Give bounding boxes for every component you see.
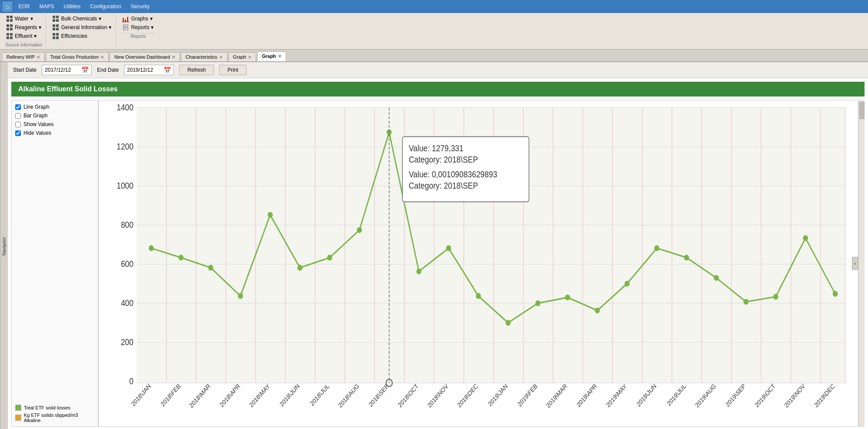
chart-container: Line Graph Bar Graph Show Values Hide Va… — [11, 100, 865, 427]
effluent-arrow: ▾ — [34, 33, 37, 39]
chart-title: Alkaline Effluent Solid Losses — [11, 82, 865, 96]
tab-refinery-wip-close[interactable]: ✕ — [37, 55, 40, 60]
end-date-input[interactable] — [127, 67, 162, 73]
reagents-label: Reagents — [15, 24, 37, 30]
svg-rect-26 — [127, 17, 128, 22]
menu-maps[interactable]: MAPS — [35, 1, 58, 12]
menu-eor[interactable]: EOR — [14, 1, 34, 12]
toolbar-item-effluent[interactable]: Effluent ▾ — [4, 32, 43, 40]
content-area: Start Date 📅 End Date 📅 Refresh Print Al… — [8, 62, 868, 429]
svg-point-86 — [773, 294, 778, 299]
svg-rect-3 — [10, 19, 13, 22]
tooltip-line2: Category: 2018\SEP — [409, 155, 478, 164]
scroll-thumb[interactable] — [859, 102, 865, 119]
tab-new-overview-label: New Overview Dashboard — [114, 54, 170, 60]
efficiencies-label: Efficiencies — [61, 33, 87, 39]
tab-new-overview-close[interactable]: ✕ — [172, 55, 175, 60]
x-label-20: 2019\SEP — [724, 382, 747, 409]
x-label-12: 2019\JAN — [487, 382, 509, 408]
toolbar-item-efficiencies[interactable]: Efficiencies — [50, 32, 113, 40]
x-label-5: 2018\JUN — [278, 382, 301, 408]
x-label-9: 2018\OCT — [397, 382, 420, 409]
x-label-14: 2019\MAR — [545, 382, 568, 409]
bar-graph-checkbox-label[interactable]: Bar Graph — [15, 113, 94, 119]
home-button[interactable]: ⌂ — [2, 1, 13, 12]
svg-rect-18 — [53, 28, 55, 30]
grid-icon — [6, 15, 13, 22]
menu-configuration[interactable]: Configuration — [86, 1, 125, 12]
toolbar-item-reports[interactable]: Reports ▾ — [120, 23, 155, 31]
x-label-1: 2018\FEB — [159, 382, 182, 408]
tab-graph-1-close[interactable]: ✕ — [248, 55, 251, 60]
toolbar-item-graphs[interactable]: Graphs ▾ — [120, 15, 155, 23]
tab-characteristics[interactable]: Characteristics ✕ — [181, 52, 227, 61]
tab-graph-2[interactable]: Graph ✕ — [257, 51, 286, 61]
svg-rect-13 — [56, 16, 59, 18]
tab-new-overview[interactable]: New Overview Dashboard ✕ — [110, 52, 180, 61]
line-graph-checkbox[interactable] — [15, 104, 21, 110]
tab-characteristics-close[interactable]: ✕ — [219, 55, 223, 60]
x-label-18: 2019\JUL — [666, 382, 688, 407]
x-label-13: 2019\FEB — [516, 382, 539, 408]
line-graph-checkbox-label[interactable]: Line Graph — [15, 104, 94, 110]
svg-point-79 — [565, 295, 570, 300]
svg-point-81 — [624, 281, 630, 286]
print-button[interactable]: Print — [219, 65, 247, 75]
hide-values-checkbox[interactable] — [15, 130, 21, 136]
y-label-1400: 1400 — [117, 103, 134, 112]
svg-rect-6 — [7, 28, 9, 30]
refresh-button[interactable]: Refresh — [179, 65, 214, 75]
svg-point-75 — [446, 245, 451, 251]
show-values-checkbox-label[interactable]: Show Values — [15, 121, 94, 127]
grid-icon-5 — [52, 24, 59, 31]
x-label-2: 2018\MAR — [188, 382, 211, 409]
scrollbar-right[interactable] — [858, 100, 865, 427]
svg-point-67 — [208, 265, 214, 270]
end-date-calendar-icon[interactable]: 📅 — [164, 67, 171, 73]
toolbar-item-general-info[interactable]: General Information ▾ — [50, 23, 113, 31]
svg-rect-23 — [56, 37, 59, 39]
content-toolbar: Start Date 📅 End Date 📅 Refresh Print — [8, 62, 868, 78]
toolbar-item-reagents[interactable]: Reagents ▾ — [4, 23, 43, 31]
svg-rect-19 — [56, 28, 59, 30]
svg-rect-7 — [10, 28, 13, 30]
svg-point-77 — [506, 320, 511, 326]
show-values-checkbox[interactable] — [15, 122, 21, 127]
tab-total-gross[interactable]: Total Gross Production ✕ — [46, 52, 109, 61]
svg-rect-14 — [53, 19, 55, 22]
menu-security[interactable]: Security — [127, 1, 154, 12]
toolbar-item-water[interactable]: Water ▾ — [4, 15, 43, 23]
tab-total-gross-close[interactable]: ✕ — [100, 55, 104, 60]
grid-icon-4 — [52, 15, 59, 22]
bar-graph-checkbox[interactable] — [15, 113, 21, 119]
legend-color-1 — [15, 415, 21, 421]
start-date-input[interactable] — [45, 67, 80, 73]
svg-point-68 — [238, 293, 243, 299]
end-date-field[interactable]: 📅 — [124, 65, 174, 75]
water-arrow: ▾ — [30, 16, 33, 22]
navigator-tab[interactable]: Navigator — [0, 62, 8, 429]
legend-area: Total ETF solid losses Kg ETF solids sli… — [15, 405, 94, 423]
svg-rect-0 — [7, 16, 9, 18]
start-date-field[interactable]: 📅 — [42, 65, 92, 75]
doc-icon — [122, 24, 129, 31]
bar-graph-label: Bar Graph — [23, 113, 47, 119]
y-label-400: 400 — [121, 298, 134, 308]
svg-rect-9 — [10, 33, 13, 36]
toolbar-item-bulk-chemicals[interactable]: Bulk Chemicals ▾ — [50, 15, 113, 23]
x-label-17: 2019\JUN — [635, 382, 658, 408]
svg-rect-22 — [53, 37, 55, 39]
menu-utilities[interactable]: Utilities — [60, 1, 85, 12]
tab-graph-1[interactable]: Graph ✕ — [228, 52, 257, 61]
svg-rect-1 — [10, 16, 13, 18]
toolbar-group-reports: Graphs ▾ Reports ▾ Reports — [118, 14, 158, 48]
svg-point-85 — [744, 299, 749, 305]
collapse-arrow[interactable]: › — [852, 257, 858, 270]
reagents-arrow: ▾ — [39, 24, 41, 30]
tab-refinery-wip[interactable]: Refinery WIP ✕ — [2, 52, 45, 61]
x-label-21: 2019\OCT — [754, 382, 777, 409]
tab-graph-2-close[interactable]: ✕ — [278, 54, 281, 59]
show-values-label: Show Values — [23, 121, 53, 127]
hide-values-checkbox-label[interactable]: Hide Values — [15, 130, 94, 136]
start-date-calendar-icon[interactable]: 📅 — [81, 67, 89, 73]
